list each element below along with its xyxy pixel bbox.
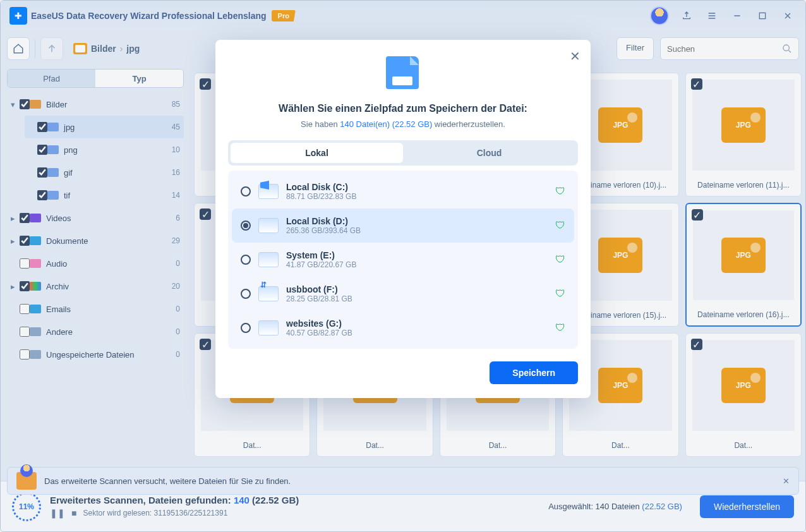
modal-close-icon[interactable]: ✕ [570,49,580,64]
modal-backdrop[interactable]: ✕ Wählen Sie einen Zielpfad zum Speicher… [1,1,805,531]
disk-row[interactable]: websites (G:) 40.57 GB/82.87 GB 🛡 [232,311,574,345]
disk-list[interactable]: Local Disk (C:) 88.71 GB/232.83 GB 🛡 Loc… [228,171,578,349]
radio-button[interactable] [241,221,251,231]
modal-title: Wählen Sie einen Zielpfad zum Speichern … [228,103,578,114]
disk-row[interactable]: usbboot (F:) 28.25 GB/28.81 GB 🛡 [232,277,574,311]
shield-icon: 🛡 [555,186,565,197]
disk-icon [258,286,279,301]
save-button[interactable]: Speichern [490,361,578,384]
disk-name: System (E:) [286,250,356,260]
disk-name: Local Disk (D:) [286,216,361,226]
radio-button[interactable] [241,289,251,299]
disk-size: 28.25 GB/28.81 GB [286,294,352,303]
disk-icon [258,320,279,336]
disk-row[interactable]: System (E:) 41.87 GB/220.67 GB 🛡 [232,243,574,277]
disk-size: 265.36 GB/393.64 GB [286,226,361,235]
tab-local[interactable]: Lokal [231,143,403,163]
disk-icon [258,184,279,199]
disk-icon [258,252,279,267]
disk-size: 41.87 GB/220.67 GB [286,260,356,269]
shield-icon: 🛡 [555,254,565,265]
modal-subtitle: Sie haben 140 Datei(en) (22.52 GB) wiede… [228,119,578,129]
tab-cloud[interactable]: Cloud [403,143,575,163]
floppy-icon [386,56,420,94]
destination-tabs: Lokal Cloud [228,140,578,166]
disk-row[interactable]: Local Disk (D:) 265.36 GB/393.64 GB 🛡 [232,209,574,243]
disk-icon [258,218,279,233]
radio-button[interactable] [241,186,251,196]
shield-icon: 🛡 [555,322,565,334]
disk-size: 40.57 GB/82.87 GB [286,329,352,337]
disk-name: Local Disk (C:) [286,182,356,192]
app-window: ✚ EaseUS Data Recovery Wizard Profession… [0,0,806,532]
disk-size: 88.71 GB/232.83 GB [286,192,356,201]
save-path-modal: ✕ Wählen Sie einen Zielpfad zum Speicher… [215,40,591,398]
shield-icon: 🛡 [555,288,565,299]
disk-name: websites (G:) [286,318,352,329]
disk-name: usbboot (F:) [286,284,352,294]
shield-icon: 🛡 [555,220,565,231]
disk-row[interactable]: Local Disk (C:) 88.71 GB/232.83 GB 🛡 [232,174,574,209]
radio-button[interactable] [241,255,251,265]
radio-button[interactable] [241,323,251,333]
